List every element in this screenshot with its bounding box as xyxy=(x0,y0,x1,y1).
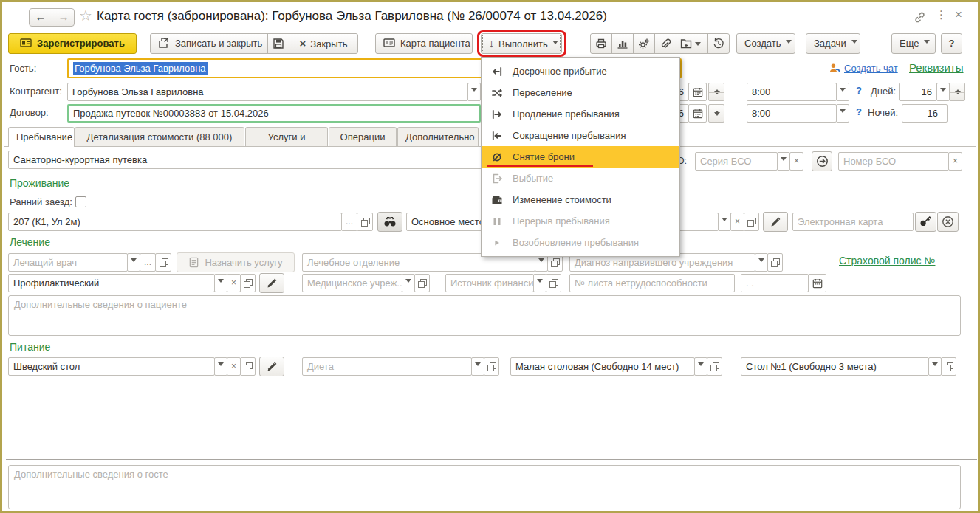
more-button[interactable]: Еще xyxy=(891,33,936,54)
menu-item-extend-stay[interactable]: Продление пребывания xyxy=(482,103,679,125)
fin-source-input[interactable]: Источник финансиро... xyxy=(445,274,534,292)
tab-stay[interactable]: Пребывание xyxy=(8,127,75,147)
attach-button[interactable] xyxy=(654,33,676,54)
assign-service-button[interactable]: Назначить услугу xyxy=(177,252,295,272)
back-button[interactable]: ← xyxy=(30,9,52,26)
early-checkin-checkbox[interactable] xyxy=(75,196,86,207)
tab-operations[interactable]: Операции (1) xyxy=(329,127,397,146)
med-org-open-button[interactable] xyxy=(414,274,430,292)
diagnosis-open-button[interactable] xyxy=(767,253,783,272)
insurance-policy-link[interactable]: Страховой полис № xyxy=(839,255,935,266)
diet-open-button[interactable] xyxy=(484,357,499,376)
close-button[interactable]: ×Закрыть xyxy=(289,33,358,54)
titlebar-menu-icon[interactable]: ⋮ xyxy=(936,8,947,21)
execute-button[interactable]: ↓Выполнить xyxy=(481,33,562,54)
window-close-icon[interactable]: × xyxy=(955,7,962,22)
room-more-button[interactable]: ... xyxy=(341,213,357,231)
med-org-dropdown-button[interactable] xyxy=(402,274,415,292)
disability-date-input[interactable]: . . xyxy=(741,274,809,292)
doctor-open-button[interactable] xyxy=(155,253,171,272)
meal-type-dropdown-button[interactable] xyxy=(214,357,227,376)
menu-item-cost-change[interactable]: Изменение стоимости xyxy=(482,189,679,210)
doctor-input[interactable]: Лечащий врач xyxy=(8,253,128,272)
nights-input[interactable]: 16 xyxy=(902,104,948,123)
main-place-dropdown-button[interactable] xyxy=(718,213,731,231)
guest-notes-textarea[interactable]: Дополнительные сведения о госте xyxy=(8,465,961,509)
diet-input[interactable]: Диета xyxy=(302,357,472,376)
tab-additional[interactable]: Дополнительно xyxy=(397,127,479,146)
menu-item-departure[interactable]: Выбытие xyxy=(482,168,679,189)
meal-type-edit-button[interactable] xyxy=(259,357,284,376)
requisites-link[interactable]: Реквизиты xyxy=(909,61,964,74)
tasks-button[interactable]: Задачи xyxy=(806,33,860,54)
services-button[interactable] xyxy=(633,33,655,54)
dining-table-dropdown-button[interactable] xyxy=(928,357,942,376)
help-button[interactable]: ? xyxy=(941,33,962,54)
days-hint-icon[interactable]: ? xyxy=(856,85,862,96)
menu-item-pause-stay[interactable]: Перерыв пребывания xyxy=(482,210,679,232)
doctor-dropdown-button[interactable] xyxy=(127,253,140,272)
treatment-program-open-button[interactable] xyxy=(240,274,256,292)
menu-item-resume-stay[interactable]: Возобновление пребывания xyxy=(482,232,679,253)
dining-table-open-button[interactable] xyxy=(941,357,956,376)
tab-cost-details[interactable]: Детализация стоимости (88 000) xyxy=(75,127,244,146)
checkout-date-spinner[interactable] xyxy=(708,104,724,123)
meal-type-input[interactable]: Шведский стол xyxy=(8,357,215,376)
checkout-time-dropdown-button[interactable] xyxy=(836,104,849,123)
bso-next-number-button[interactable] xyxy=(812,151,832,171)
create-button[interactable]: Создать xyxy=(736,33,795,54)
history-button[interactable] xyxy=(707,33,730,54)
room-open-button[interactable] xyxy=(357,213,373,231)
favorite-star-icon[interactable]: ☆ xyxy=(79,7,92,24)
checkin-time-dropdown-button[interactable] xyxy=(836,83,849,101)
forward-button[interactable]: → xyxy=(52,9,75,26)
save-and-close-button[interactable]: Записать и закрыть xyxy=(150,33,268,54)
bso-number-input[interactable]: Номер БСО xyxy=(838,152,949,171)
add-to-folder-button[interactable] xyxy=(676,33,708,54)
main-place-clear-button[interactable]: × xyxy=(730,213,744,231)
ecard-write-key-button[interactable] xyxy=(915,212,936,232)
diagnosis-dropdown-button[interactable] xyxy=(755,253,768,272)
room-input[interactable]: 207 (К1, Ул 2м) xyxy=(8,213,342,231)
counterparty-input[interactable]: Горбунова Эльза Гавриловна xyxy=(67,83,468,101)
menu-item-relocation[interactable]: Переселение xyxy=(482,82,679,103)
dining-room-open-button[interactable] xyxy=(707,357,722,376)
bso-series-clear-button[interactable]: × xyxy=(789,152,803,171)
save-button[interactable] xyxy=(267,33,289,54)
days-spinner[interactable] xyxy=(949,83,965,101)
days-input[interactable]: 16 xyxy=(899,83,937,101)
days-dropdown-button[interactable] xyxy=(936,83,950,101)
print-button[interactable] xyxy=(590,33,612,54)
disability-date-calendar-button[interactable] xyxy=(808,274,826,292)
treatment-program-dropdown-button[interactable] xyxy=(214,274,227,292)
counterparty-dropdown-button[interactable] xyxy=(467,83,481,101)
tab-services-payment[interactable]: Услуги и оплата xyxy=(245,127,328,146)
bso-number-clear-button[interactable]: × xyxy=(948,152,962,171)
checkin-time-input[interactable]: 8:00 xyxy=(747,83,837,101)
dining-room-input[interactable]: Малая столовая (Свободно 14 мест) xyxy=(510,357,695,376)
main-place-open-button[interactable] xyxy=(744,213,759,231)
ecard-clear-key-button[interactable] xyxy=(937,212,959,232)
disability-sheet-input[interactable]: № листа нетрудоспособности xyxy=(569,274,735,292)
checkout-time-input[interactable]: 8:00 xyxy=(747,104,837,123)
bso-series-dropdown-button[interactable] xyxy=(777,152,790,171)
main-place-edit-button[interactable] xyxy=(763,212,788,232)
diet-dropdown-button[interactable] xyxy=(471,357,484,376)
bso-series-input[interactable]: Серия БСО xyxy=(695,152,778,171)
contract-input[interactable]: Продажа путевок №00003883 от 15.04.2026 xyxy=(67,104,481,123)
get-link-icon[interactable] xyxy=(914,11,926,24)
menu-item-shorten-stay[interactable]: Сокращение пребывания xyxy=(482,125,679,146)
checkout-calendar-button[interactable] xyxy=(688,104,707,123)
nights-hint-icon[interactable]: ? xyxy=(856,106,862,117)
treatment-program-input[interactable]: Профилактический xyxy=(8,274,215,292)
patient-card-button[interactable]: Карта пациента xyxy=(375,33,473,54)
dining-room-dropdown-button[interactable] xyxy=(694,357,707,376)
patient-notes-textarea[interactable]: Дополнительные сведения о пациенте xyxy=(8,295,961,336)
checkin-date-spinner[interactable] xyxy=(708,83,724,101)
room-search-button[interactable] xyxy=(377,212,402,232)
dining-table-input[interactable]: Стол №1 (Свободно 3 места) xyxy=(741,357,929,376)
create-chat-link[interactable]: Создать чат xyxy=(844,63,898,74)
menu-item-early-arrival[interactable]: Досрочное прибытие xyxy=(482,61,679,82)
meal-type-open-button[interactable] xyxy=(240,357,256,376)
treatment-program-clear-button[interactable]: × xyxy=(227,274,241,292)
